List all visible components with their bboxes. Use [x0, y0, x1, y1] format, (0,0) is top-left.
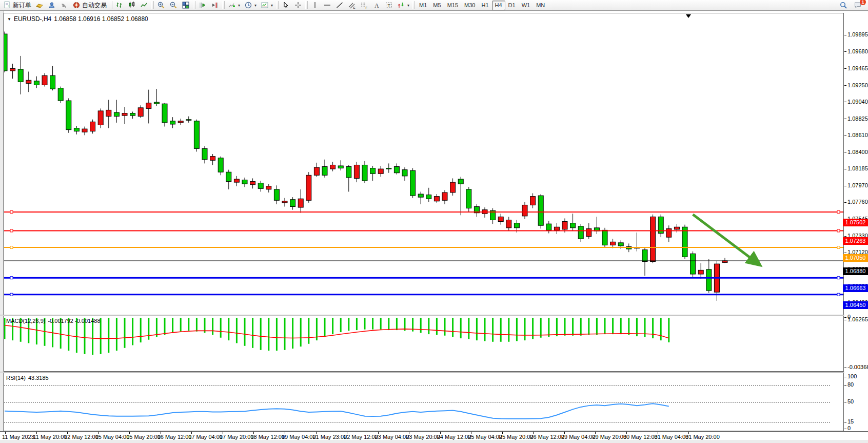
candle: [610, 239, 616, 248]
candle: [490, 208, 496, 224]
candle: [658, 215, 663, 237]
search-icon: [839, 1, 847, 9]
trend-line-button[interactable]: [333, 1, 346, 10]
timeframe-h1-button[interactable]: H1: [478, 1, 491, 10]
horizontal-line-button[interactable]: [321, 1, 333, 10]
horizontal-line-1.07050[interactable]: [4, 246, 843, 249]
dropdown-caret-icon: ▾: [254, 3, 257, 8]
macd-axis-zero: 0: [844, 314, 851, 320]
auto-scroll-icon: [199, 1, 207, 9]
timeframe-mn-button[interactable]: MN: [533, 1, 548, 10]
candle: [594, 217, 599, 234]
zoom-out-button[interactable]: [167, 1, 180, 10]
new-order-button[interactable]: 新订单: [1, 1, 33, 10]
templates-button[interactable]: ▾: [259, 1, 275, 10]
zoom-in-icon: [157, 1, 165, 9]
toolbar-right: 1: [837, 1, 867, 10]
search-button[interactable]: [837, 1, 850, 10]
time-label: 16 May 12:00: [157, 434, 192, 440]
price-line-badge: 1.07050: [843, 254, 868, 262]
price-tick: 1.08610: [844, 132, 868, 138]
candle: [58, 87, 63, 103]
gold-icon: [35, 1, 44, 9]
cursor-icon: [282, 1, 290, 9]
timeframe-w1-button[interactable]: W1: [519, 1, 534, 10]
channel-button[interactable]: E: [346, 1, 358, 10]
timeframe-m15-button[interactable]: M15: [444, 1, 461, 10]
time-label: 21 May 23:00: [313, 434, 347, 440]
timeframe-d1-button[interactable]: D1: [505, 1, 519, 10]
chevron-down-icon[interactable]: ▼: [7, 17, 11, 22]
line-chart-icon: [140, 1, 148, 9]
time-label: 30 May 12:00: [623, 434, 658, 440]
macd-pane[interactable]: MACD(12,26,9)-0.001792 -0.001488: [4, 316, 844, 372]
chart-shift-button[interactable]: [209, 1, 221, 10]
text-button[interactable]: A: [370, 1, 383, 10]
candle: [242, 178, 247, 187]
candle: [698, 263, 703, 279]
candle: [442, 190, 447, 204]
price-tick: 1.09680: [844, 48, 868, 54]
line-chart-button[interactable]: [138, 1, 150, 10]
signal-button[interactable]: [58, 1, 70, 10]
timeframe-m30-button[interactable]: M30: [461, 1, 478, 10]
candle: [322, 160, 327, 178]
price-axis[interactable]: 1.098951.096801.094651.092501.090401.088…: [844, 11, 868, 440]
cursor-button[interactable]: [280, 1, 292, 10]
chat-button[interactable]: 1: [852, 1, 864, 10]
shift-marker[interactable]: [686, 14, 691, 18]
candle: [682, 225, 687, 259]
arrows-button[interactable]: ▾: [395, 1, 411, 10]
indicators-icon: [228, 1, 236, 9]
candle: [178, 119, 183, 125]
candle: [362, 161, 367, 183]
templates-icon: [261, 1, 269, 9]
dropdown-caret-icon: ▾: [407, 3, 409, 8]
toolbar-group-chart-type: [113, 0, 150, 11]
chart-window: ▼ EURUSD-,H4 1.06858 1.06916 1.06852 1.0…: [0, 11, 868, 440]
bar-chart-button[interactable]: [113, 1, 126, 10]
indicators-button[interactable]: ▾: [226, 1, 242, 10]
toolbar-group-insert: ▾▾▾: [226, 0, 275, 11]
autotrading-button[interactable]: 自动交易: [70, 1, 109, 10]
timeframe-h4-button[interactable]: H4: [492, 1, 505, 10]
candle: [82, 127, 87, 136]
crosshair-button[interactable]: [292, 1, 304, 10]
arrows-icon: [397, 1, 405, 9]
rsi-axis-80: 80: [844, 381, 854, 388]
periods-button[interactable]: ▾: [242, 1, 259, 10]
auto-scroll-button[interactable]: [196, 1, 209, 10]
time-axis[interactable]: 11 May 202311 May 20:0012 May 12:0015 Ma…: [0, 431, 868, 440]
zoom-in-button[interactable]: [155, 1, 167, 10]
candles-button[interactable]: [126, 1, 138, 10]
svg-text:F: F: [366, 6, 368, 9]
time-label: 31 May 20:00: [685, 434, 720, 440]
price-line-badge: 1.07502: [843, 219, 868, 226]
candle: [306, 172, 311, 203]
timeframe-m1-button[interactable]: M1: [416, 1, 430, 10]
price-chart-pane[interactable]: ▼ EURUSD-,H4 1.06858 1.06916 1.06852 1.0…: [4, 13, 844, 316]
vertical-line-button[interactable]: [309, 1, 321, 10]
text-label-button[interactable]: T: [383, 1, 395, 10]
fibonacci-button[interactable]: F: [358, 1, 370, 10]
toolbar-group-zoom: [155, 0, 192, 11]
candle: [530, 194, 536, 208]
svg-text:E: E: [353, 6, 356, 9]
candle: [250, 178, 255, 188]
trend-arrow[interactable]: [693, 215, 759, 264]
horizontal-line-1.06450[interactable]: [4, 293, 843, 296]
rsi-axis-0: 0: [844, 425, 851, 431]
price-line-badge: 1.06880: [843, 267, 868, 275]
vertical-line-icon: [311, 1, 319, 9]
tile-windows-button[interactable]: [180, 1, 192, 10]
gold-button[interactable]: [33, 1, 46, 10]
rsi-pane[interactable]: RSI(14)43.3185: [4, 373, 844, 431]
community-button[interactable]: [46, 1, 58, 10]
timeframe-m5-button[interactable]: M5: [430, 1, 444, 10]
time-label: 17 May 04:00: [188, 434, 223, 440]
price-tick: 1.08400: [844, 149, 868, 155]
candle: [546, 221, 551, 233]
candle: [154, 89, 159, 106]
candle: [10, 64, 15, 79]
horizontal-line-1.07502[interactable]: [4, 210, 843, 213]
